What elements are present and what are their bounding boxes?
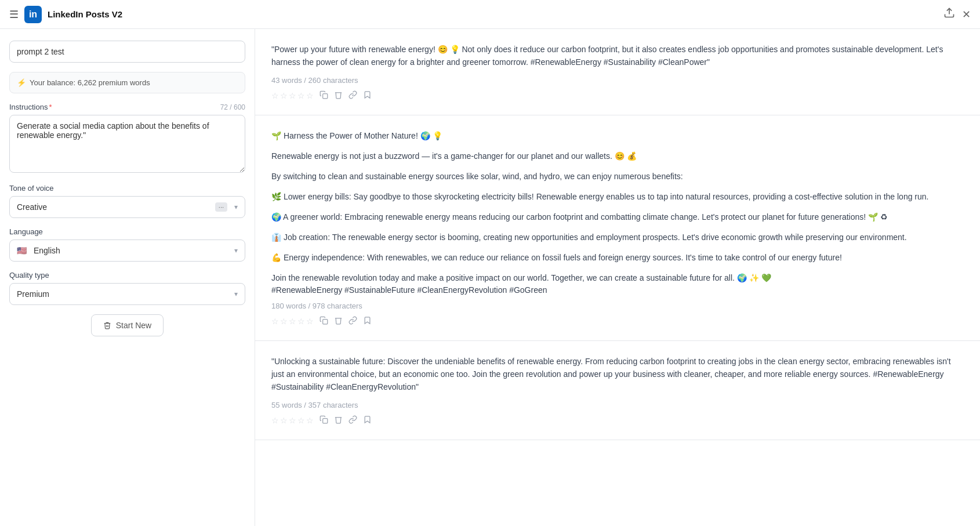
trash-icon-2[interactable] (334, 316, 343, 327)
star-3[interactable]: ☆ (289, 416, 296, 425)
result-meta-1: 43 words / 260 characters (271, 76, 964, 85)
result-content-2: 🌱 Harness the Power of Mother Nature! 🌍 … (271, 129, 964, 285)
star-2[interactable]: ☆ (280, 416, 288, 425)
result-headline-2: 🌱 Harness the Power of Mother Nature! 🌍 … (271, 129, 964, 143)
copy-icon-1[interactable] (320, 90, 328, 101)
chevron-down-lang-icon: ▾ (234, 246, 238, 255)
instructions-field: Instructions* 72 / 600 Generate a social… (9, 103, 245, 175)
star-rating-1[interactable]: ☆ ☆ ☆ ☆ ☆ (271, 91, 314, 100)
instructions-textarea[interactable]: Generate a social media caption about th… (9, 115, 245, 173)
result-meta-3: 55 words / 357 characters (271, 401, 964, 409)
trash-icon (103, 321, 111, 329)
trash-icon-1[interactable] (334, 90, 343, 101)
result-text-3: "Unlocking a sustainable future: Discove… (271, 355, 964, 394)
star-1[interactable]: ☆ (271, 416, 279, 425)
instructions-label-row: Instructions* 72 / 600 (9, 103, 245, 111)
quality-field: Quality type Premium ▾ (9, 271, 245, 305)
star-1[interactable]: ☆ (271, 91, 279, 100)
star-3[interactable]: ☆ (289, 317, 296, 326)
result-actions-2: ☆ ☆ ☆ ☆ ☆ (271, 316, 964, 327)
result-actions-3: ☆ ☆ ☆ ☆ ☆ (271, 415, 964, 426)
header-left: ☰ in LinkedIn Posts V2 (9, 6, 122, 23)
link-icon-1[interactable] (349, 90, 357, 101)
tone-field: Tone of voice Creative ··· ▾ (9, 184, 245, 218)
star-5[interactable]: ☆ (306, 416, 314, 425)
language-flag: 🇺🇸 (17, 246, 27, 255)
instructions-required: * (49, 103, 52, 111)
instructions-count: 72 / 600 (220, 103, 245, 111)
lightning-icon: ⚡ (17, 78, 26, 87)
app-title: LinkedIn Posts V2 (48, 9, 122, 19)
right-panel: "Power up your future with renewable ene… (255, 29, 980, 526)
trash-icon-3[interactable] (334, 415, 343, 426)
link-icon-2[interactable] (349, 316, 357, 327)
chevron-down-icon: ▾ (234, 203, 238, 211)
instructions-label: Instructions (9, 103, 48, 111)
star-1[interactable]: ☆ (271, 317, 279, 326)
star-3[interactable]: ☆ (289, 91, 296, 100)
star-4[interactable]: ☆ (297, 416, 305, 425)
link-icon-3[interactable] (349, 415, 357, 426)
copy-icon-3[interactable] (320, 415, 328, 426)
quality-label: Quality type (9, 271, 245, 280)
bookmark-icon-2[interactable] (363, 316, 372, 327)
result-hashtags-2: #RenewableEnergy #SustainableFuture #Cle… (271, 285, 964, 295)
star-5[interactable]: ☆ (306, 91, 314, 100)
app-container: ☰ in LinkedIn Posts V2 ✕ ⚡ Your balance:… (0, 0, 980, 526)
star-rating-2[interactable]: ☆ ☆ ☆ ☆ ☆ (271, 317, 314, 326)
language-label: Language (9, 227, 245, 236)
header-right: ✕ (943, 7, 971, 21)
tone-label: Tone of voice (9, 184, 245, 193)
result-card-2: 🌱 Harness the Power of Mother Nature! 🌍 … (255, 115, 980, 341)
bookmark-icon-1[interactable] (363, 90, 372, 101)
dots-icon: ··· (215, 202, 227, 212)
balance-box: ⚡ Your balance: 6,262 premium words (9, 72, 245, 93)
star-2[interactable]: ☆ (280, 317, 288, 326)
close-icon[interactable]: ✕ (962, 8, 971, 21)
result-meta-2: 180 words / 978 characters (271, 302, 964, 310)
prompt-input[interactable] (9, 41, 245, 63)
chevron-down-quality-icon: ▾ (234, 290, 238, 298)
language-select[interactable]: 🇺🇸 English ▾ (9, 240, 245, 262)
quality-value: Premium (17, 289, 49, 299)
linkedin-logo: in (24, 6, 42, 23)
svg-rect-3 (323, 418, 328, 423)
result-card-3: "Unlocking a sustainable future: Discove… (255, 341, 980, 440)
menu-icon[interactable]: ☰ (9, 8, 19, 21)
result-text-1: "Power up your future with renewable ene… (271, 43, 964, 69)
copy-icon-2[interactable] (320, 316, 328, 327)
upload-icon[interactable] (943, 7, 955, 21)
svg-rect-1 (323, 93, 328, 98)
quality-select[interactable]: Premium ▾ (9, 283, 245, 305)
star-2[interactable]: ☆ (280, 91, 288, 100)
start-new-button[interactable]: Start New (91, 314, 164, 336)
main-layout: ⚡ Your balance: 6,262 premium words Inst… (0, 29, 980, 526)
language-field: Language 🇺🇸 English ▾ (9, 227, 245, 262)
left-panel: ⚡ Your balance: 6,262 premium words Inst… (0, 29, 255, 526)
result-actions-1: ☆ ☆ ☆ ☆ ☆ (271, 90, 964, 101)
tone-select[interactable]: Creative ··· ▾ (9, 196, 245, 218)
star-5[interactable]: ☆ (306, 317, 314, 326)
star-rating-3[interactable]: ☆ ☆ ☆ ☆ ☆ (271, 416, 314, 425)
star-4[interactable]: ☆ (297, 317, 305, 326)
result-card-1: "Power up your future with renewable ene… (255, 29, 980, 115)
tone-value: Creative (17, 202, 47, 212)
star-4[interactable]: ☆ (297, 91, 305, 100)
header: ☰ in LinkedIn Posts V2 ✕ (0, 0, 980, 29)
language-value: English (34, 246, 60, 255)
balance-text: Your balance: 6,262 premium words (30, 78, 150, 87)
bookmark-icon-3[interactable] (363, 415, 372, 426)
svg-rect-2 (323, 319, 328, 324)
